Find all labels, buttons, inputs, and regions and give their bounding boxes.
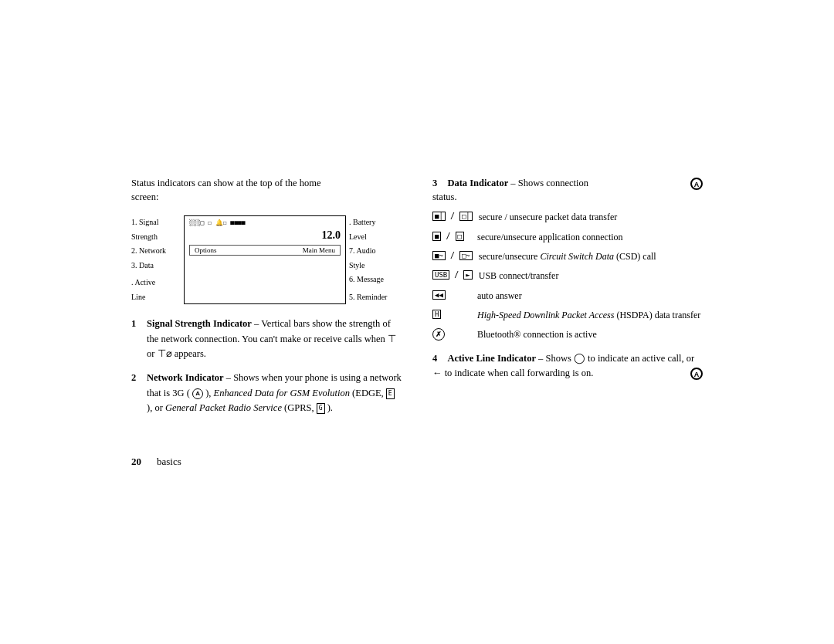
active-line-indicator-icon: A [690,368,703,380]
section-2: 2 Network Indicator – Shows when your ph… [131,371,402,415]
section-2-italic1: Enhanced Data for GSM Evolution [214,388,350,398]
section-4-icon1: ◯ [574,353,585,364]
label-network: 2. Network [131,244,181,259]
icon-desc-5: auto answer [477,290,703,303]
left-column: Status indicators can show at the top of… [131,176,402,425]
section-4-text3: to indicate when call forwarding is on. [445,368,594,378]
status-icons-left: ░░░□ ☐ 🔔☐ ■■■■ [189,219,246,226]
section-3-status: status. [432,192,457,202]
phone-screen-box: ░░░□ ☐ 🔔☐ ■■■■ 12.0 Options Main Menu [184,215,346,304]
label-data: 3. Data [131,259,181,273]
icon-row-6: H High-Speed Downlink Packet Access (HSD… [432,309,703,322]
section-3-num: 3 [432,178,437,188]
icon-desc-3: secure/unsecure Circuit Switch Data (CSD… [479,250,703,263]
label-reminder: 5. Reminder [349,290,402,305]
section-2-text2: ), [205,388,213,398]
icon-row-3: ■~ / □~ secure/unsecure Circuit Switch D… [432,250,703,263]
section-4-icon-right: A [690,366,703,381]
section-4-num: 4 [432,353,437,364]
icon-packet-data: ■│ / □│ [432,211,473,222]
content-area: Status indicators can show at the top of… [131,176,703,425]
label-active-line: . ActiveLine [131,276,181,304]
icon-hsdpa: H [432,309,471,320]
icon-row-2: ■ / □ secure/unsecure application connec… [432,231,703,244]
appears-text: appears. [175,348,206,359]
intro-text: Status indicators can show at the top of… [131,176,402,205]
section-3-dash: – [510,178,517,188]
section-2-title: Network Indicator [147,372,224,383]
icon-usb: USB / ► [432,269,473,281]
section-1-title: Signal Strength Indicator [147,318,252,329]
softkey-main-menu: Main Menu [303,246,335,254]
icon-bluetooth: ✗ [432,328,471,341]
icon-desc-1: secure / unsecure packet data transfer [479,211,703,224]
section-1-dash: – [254,318,261,329]
page-container: Status indicators can show at the top of… [116,153,718,492]
section-2-num: 2 [131,371,142,385]
section-4-icon2: ← [432,368,442,378]
diagram-left-labels: 1. SignalStrength 2. Network 3. Data . A… [131,215,184,304]
icon-app-connection: ■ / □ [432,231,471,242]
section-2-dash: – [226,372,233,383]
bluetooth-circle: ✗ [432,328,445,341]
section-4-text2: to indicate an active call, or [588,353,694,364]
icon-row-1: ■│ / □│ secure / unsecure packet data tr… [432,211,703,224]
3g-icon: A [192,388,203,399]
page-footer: 20 basics [131,448,703,468]
icon-row-5: ◀◀ auto answer [432,290,703,303]
gprs-icon: G [317,403,325,414]
phone-number-display: 12.0 [189,229,341,242]
icon-rows-container: ■│ / □│ secure / unsecure packet data tr… [432,211,703,342]
label-audio: 7. AudioStyle [349,244,402,273]
section-2-text6: ). [327,402,333,413]
status-icons-row: ░░░□ ☐ 🔔☐ ■■■■ [189,219,341,226]
phone-softkeys: Options Main Menu [189,245,341,256]
section-3-icon: A [690,176,703,191]
phone-diagram: 1. SignalStrength 2. Network 3. Data . A… [131,215,402,304]
data-indicator-icon: A [690,178,703,190]
section-1-body: Signal Strength Indicator – Vertical bar… [147,317,402,361]
right-column: 3 Data Indicator – Shows connection A st… [432,176,703,388]
section-4-title: Active Line Indicator [447,353,536,364]
page-number: 20 [131,456,141,468]
diagram-right-labels: . BatteryLevel 7. AudioStyle 6. Message … [346,215,402,304]
section-1: 1 Signal Strength Indicator – Vertical b… [131,317,402,361]
edge-icon: E [386,388,395,399]
section-2-text4: ), or [147,402,165,413]
section-4-text1: Shows [545,353,573,364]
icon-row-4: USB / ► USB connect/transfer [432,269,703,283]
section-3-header: 3 Data Indicator – Shows connection A st… [432,176,703,205]
icon-desc-2: secure/unsecure application connection [477,231,703,244]
icon-desc-4: USB connect/transfer [479,269,703,283]
section-2-text5: (GPRS, [284,402,317,413]
icon-desc-6: High-Speed Downlink Packet Access (HSDPA… [477,309,703,322]
intro-line2: screen: [131,192,158,202]
section-2-italic2: General Packet Radio Service [165,402,282,413]
icon-desc-3-italic: Circuit Switch Data [540,251,614,262]
or-text: or [147,348,158,359]
section-4: 4 Active Line Indicator – Shows ◯ to ind… [432,351,703,381]
icon-auto-answer: ◀◀ [432,290,471,301]
section-1-num: 1 [131,317,142,331]
icon-csd: ■~ / □~ [432,250,473,262]
section-3-text: Shows connection [518,178,588,188]
icon-row-7: ✗ Bluetooth® connection is active [432,328,703,341]
label-battery: . BatteryLevel [349,215,402,244]
softkey-options: Options [195,246,217,254]
section-3-title: Data Indicator [447,178,508,188]
section-2-text3: (EDGE, [352,388,386,398]
label-message: 6. Message [349,273,402,287]
intro-line1: Status indicators can show at the top of… [131,178,320,188]
hsdpa-italic: High-Speed Downlink Packet Access [477,310,614,320]
t-slash-icon: ⊤⌀ [158,348,172,359]
section-2-body: Network Indicator – Shows when your phon… [147,371,402,415]
page-label: basics [157,456,181,468]
t-icon: ⊤ [388,334,396,344]
icon-desc-7: Bluetooth® connection is active [477,328,703,341]
label-signal: 1. SignalStrength [131,215,181,244]
